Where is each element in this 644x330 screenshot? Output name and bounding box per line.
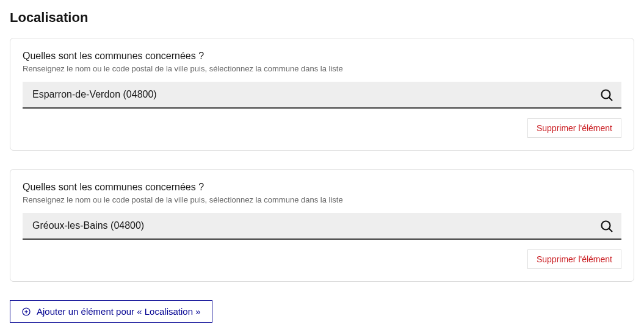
add-localisation-button[interactable]: Ajouter un élément pour « Localisation » — [10, 300, 212, 323]
field-help: Renseignez le nom ou le code postal de l… — [23, 64, 621, 73]
field-help: Renseignez le nom ou le code postal de l… — [23, 195, 621, 204]
card-actions: Supprimer l'élément — [23, 249, 621, 269]
commune-search-input[interactable] — [23, 82, 621, 109]
field-label: Quelles sont les communes concernées ? — [23, 182, 621, 193]
commune-search-input[interactable] — [23, 213, 621, 240]
section-title: Localisation — [10, 10, 634, 26]
card-actions: Supprimer l'élément — [23, 118, 621, 138]
plus-circle-icon — [21, 307, 31, 317]
localisation-item: Quelles sont les communes concernées ? R… — [10, 169, 634, 282]
localisation-item: Quelles sont les communes concernées ? R… — [10, 38, 634, 151]
field-label: Quelles sont les communes concernées ? — [23, 51, 621, 62]
add-button-label: Ajouter un élément pour « Localisation » — [37, 306, 201, 317]
delete-item-button[interactable]: Supprimer l'élément — [527, 249, 621, 269]
search-wrapper — [23, 213, 621, 240]
search-wrapper — [23, 82, 621, 109]
delete-item-button[interactable]: Supprimer l'élément — [527, 118, 621, 138]
